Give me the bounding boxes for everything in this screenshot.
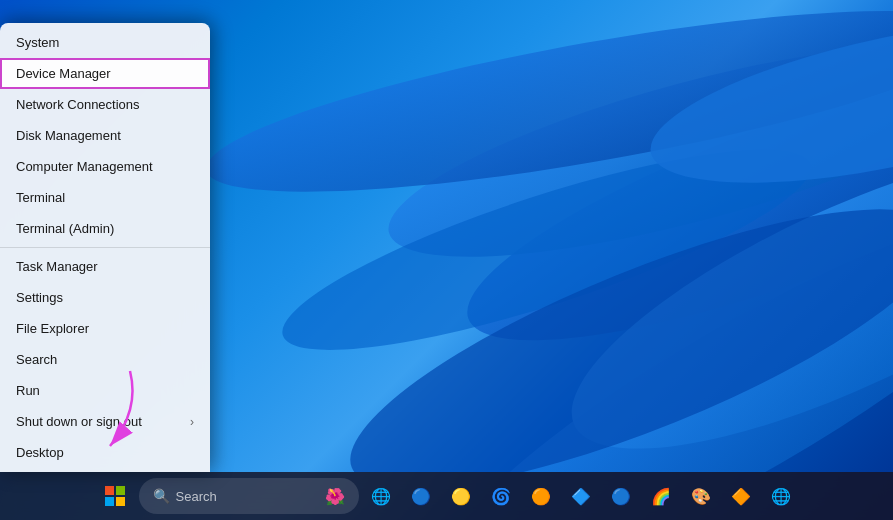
menu-item-device-manager[interactable]: Device Manager	[0, 58, 210, 89]
menu-item-label-computer-management: Computer Management	[16, 159, 153, 174]
menu-item-network-connections[interactable]: Network Connections	[0, 89, 210, 120]
menu-item-label-terminal: Terminal	[16, 190, 65, 205]
menu-item-search[interactable]: Search	[0, 344, 210, 375]
taskbar-icon-2[interactable]: 🔵	[403, 478, 439, 514]
taskbar: 🔍 Search 🌺 🌐 🔵 🟡 🌀 🟠 🔷 🔵 🌈 🎨 🔶 🌐	[0, 472, 893, 520]
svg-rect-11	[105, 497, 114, 506]
menu-item-label-terminal-admin: Terminal (Admin)	[16, 221, 114, 236]
taskbar-search-bar[interactable]: 🔍 Search 🌺	[139, 478, 359, 514]
context-menu: SystemDevice ManagerNetwork ConnectionsD…	[0, 23, 210, 472]
taskbar-icon-7[interactable]: 🔵	[603, 478, 639, 514]
start-button[interactable]	[95, 476, 135, 516]
menu-item-computer-management[interactable]: Computer Management	[0, 151, 210, 182]
svg-rect-10	[116, 486, 125, 495]
taskbar-icon-10[interactable]: 🔶	[723, 478, 759, 514]
menu-item-settings[interactable]: Settings	[0, 282, 210, 313]
menu-item-file-explorer[interactable]: File Explorer	[0, 313, 210, 344]
menu-item-label-network-connections: Network Connections	[16, 97, 140, 112]
taskbar-icon-4[interactable]: 🌀	[483, 478, 519, 514]
flower-icon: 🌺	[325, 487, 345, 506]
taskbar-icon-9[interactable]: 🎨	[683, 478, 719, 514]
taskbar-icon-8[interactable]: 🌈	[643, 478, 679, 514]
taskbar-icon-1[interactable]: 🌐	[363, 478, 399, 514]
menu-item-task-manager[interactable]: Task Manager	[0, 251, 210, 282]
taskbar-icon-3[interactable]: 🟡	[443, 478, 479, 514]
taskbar-search-icon: 🔍	[153, 488, 170, 504]
menu-item-label-disk-management: Disk Management	[16, 128, 121, 143]
menu-item-run[interactable]: Run	[0, 375, 210, 406]
menu-item-system[interactable]: System	[0, 27, 210, 58]
menu-item-terminal-admin[interactable]: Terminal (Admin)	[0, 213, 210, 244]
taskbar-icon-11[interactable]: 🌐	[763, 478, 799, 514]
menu-item-label-search: Search	[16, 352, 57, 367]
taskbar-center: 🔍 Search 🌺 🌐 🔵 🟡 🌀 🟠 🔷 🔵 🌈 🎨 🔶 🌐	[95, 476, 799, 516]
submenu-arrow-icon: ›	[190, 415, 194, 429]
menu-item-disk-management[interactable]: Disk Management	[0, 120, 210, 151]
wallpaper-decoration	[200, 0, 893, 472]
menu-item-label-shut-down: Shut down or sign out	[16, 414, 142, 429]
menu-divider	[0, 247, 210, 248]
svg-rect-9	[105, 486, 114, 495]
menu-item-terminal[interactable]: Terminal	[0, 182, 210, 213]
svg-rect-12	[116, 497, 125, 506]
menu-item-label-desktop: Desktop	[16, 445, 64, 460]
taskbar-icon-5[interactable]: 🟠	[523, 478, 559, 514]
wallpaper-svg	[200, 0, 893, 472]
menu-item-desktop[interactable]: Desktop	[0, 437, 210, 468]
windows-logo-icon	[105, 486, 125, 506]
menu-item-label-task-manager: Task Manager	[16, 259, 98, 274]
menu-item-shut-down[interactable]: Shut down or sign out›	[0, 406, 210, 437]
menu-item-label-run: Run	[16, 383, 40, 398]
taskbar-search-label: Search	[176, 489, 217, 504]
menu-item-label-settings: Settings	[16, 290, 63, 305]
menu-item-label-device-manager: Device Manager	[16, 66, 111, 81]
menu-item-label-file-explorer: File Explorer	[16, 321, 89, 336]
menu-item-label-system: System	[16, 35, 59, 50]
taskbar-icon-6[interactable]: 🔷	[563, 478, 599, 514]
